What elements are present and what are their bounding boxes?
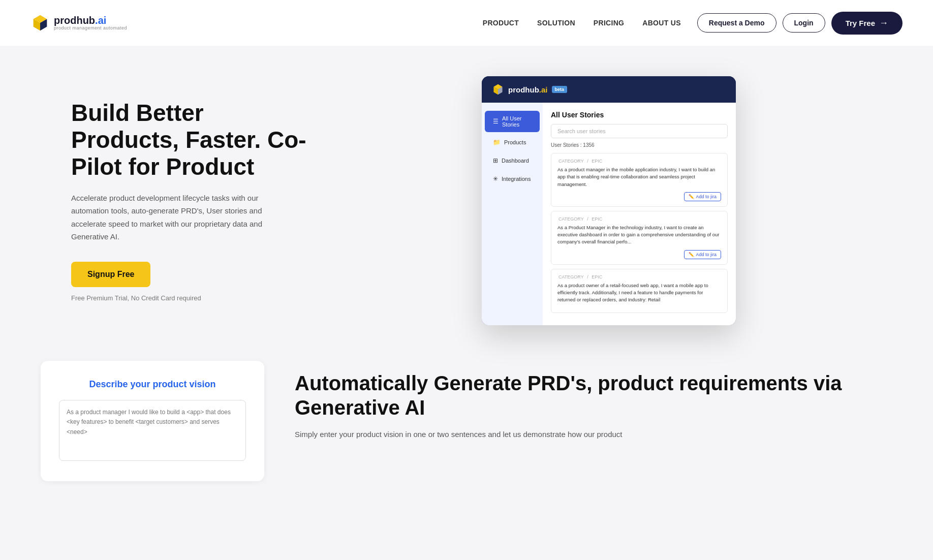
sidebar-label-integrations: Integrations — [502, 176, 531, 182]
bottom-left-panel: Describe your product vision — [41, 361, 264, 481]
hero-section: Build Better Products, Faster. Co-Pilot … — [0, 46, 933, 361]
app-search-box[interactable]: Search user stories — [551, 124, 728, 138]
story-epic-3: EPIC — [592, 274, 602, 279]
add-btn-label-1: Add to jira — [696, 194, 717, 199]
add-to-jira-1[interactable]: ✏️ Add to jira — [684, 192, 721, 201]
arrow-icon: → — [879, 18, 888, 28]
app-body: ☰ All User Stories 📁 Products ⊞ Dashboar… — [482, 103, 736, 325]
story-action-1: ✏️ Add to jira — [557, 192, 721, 201]
story-action-2: ✏️ Add to jira — [557, 250, 721, 259]
story-text-3: As a product owner of a retail-focused w… — [557, 282, 721, 304]
logo-name: prodhub.ai — [54, 15, 127, 26]
bottom-section: Describe your product vision Automatical… — [0, 361, 933, 512]
bottom-right-panel: Automatically Generate PRD's, product re… — [295, 361, 892, 441]
story-meta-1: CATEGORY / EPIC — [557, 159, 721, 164]
hero-right: prodhub.ai beta ☰ All User Stories 📁 Pro… — [356, 76, 862, 325]
story-card-3: CATEGORY / EPIC As a product owner of a … — [551, 269, 728, 314]
request-demo-button[interactable]: Request a Demo — [697, 13, 776, 33]
stories-icon: ☰ — [493, 118, 499, 125]
nav-product[interactable]: PRODUCT — [483, 19, 519, 27]
add-btn-label-2: Add to jira — [696, 252, 717, 257]
story-card-2: CATEGORY / EPIC As a Product Manager in … — [551, 211, 728, 265]
app-sidebar: ☰ All User Stories 📁 Products ⊞ Dashboar… — [482, 103, 543, 325]
vision-textarea[interactable] — [59, 400, 246, 461]
separator-2: / — [587, 216, 589, 222]
hero-left: Build Better Products, Faster. Co-Pilot … — [71, 100, 315, 302]
sidebar-label-products: Products — [504, 139, 526, 145]
sidebar-item-integrations[interactable]: ✳ Integrations — [485, 171, 540, 187]
story-epic-1: EPIC — [592, 159, 602, 164]
navbar: prodhub.ai product management automated … — [0, 0, 933, 46]
sidebar-item-stories[interactable]: ☰ All User Stories — [485, 111, 540, 132]
app-mockup: prodhub.ai beta ☰ All User Stories 📁 Pro… — [482, 76, 736, 325]
nav-solution[interactable]: SOLUTION — [537, 19, 575, 27]
story-text-2: As a Product Manager in the technology i… — [557, 224, 721, 246]
story-category-3: CATEGORY — [558, 274, 584, 279]
sidebar-item-dashboard[interactable]: ⊞ Dashboard — [485, 152, 540, 169]
app-beta-badge: beta — [552, 86, 568, 93]
try-free-label: Try Free — [846, 19, 875, 27]
nav-pricing[interactable]: PRICING — [594, 19, 624, 27]
hero-note: Free Premium Trial, No Credit Card requi… — [71, 294, 315, 302]
add-to-jira-2[interactable]: ✏️ Add to jira — [684, 250, 721, 259]
story-card-1: CATEGORY / EPIC As a product manager in … — [551, 153, 728, 207]
sidebar-label-stories: All User Stories — [502, 115, 532, 128]
nav-links: PRODUCT SOLUTION PRICING ABOUT US — [483, 19, 681, 27]
signup-button[interactable]: Signup Free — [71, 262, 150, 287]
app-logo-name: prodhub.ai — [508, 85, 548, 94]
bottom-right-desc: Simply enter your product vision in one … — [295, 428, 892, 441]
try-free-button[interactable]: Try Free → — [831, 12, 903, 35]
login-button[interactable]: Login — [783, 13, 825, 33]
edit-icon-1: ✏️ — [689, 194, 694, 199]
edit-icon-2: ✏️ — [689, 252, 694, 257]
hero-description: Accelerate product development lifecycle… — [71, 192, 295, 243]
bottom-vision-title: Describe your product vision — [59, 379, 246, 390]
integrations-icon: ✳ — [493, 175, 498, 182]
story-text-1: As a product manager in the mobile appli… — [557, 166, 721, 188]
bottom-right-title: Automatically Generate PRD's, product re… — [295, 371, 892, 420]
logo-ai: .ai — [95, 15, 106, 26]
logo-subtitle: product management automated — [54, 26, 127, 31]
nav-logo: prodhub.ai product management automated — [30, 13, 127, 33]
app-logo-icon — [492, 83, 504, 96]
story-meta-2: CATEGORY / EPIC — [557, 216, 721, 222]
nav-actions: Request a Demo Login Try Free → — [697, 12, 903, 35]
products-icon: 📁 — [493, 139, 501, 146]
story-epic-2: EPIC — [592, 216, 602, 222]
app-main-title: All User Stories — [551, 111, 728, 119]
story-category-2: CATEGORY — [558, 216, 584, 222]
separator-3: / — [587, 274, 589, 279]
logo-icon — [30, 13, 50, 33]
nav-about[interactable]: ABOUT US — [642, 19, 681, 27]
dashboard-icon: ⊞ — [493, 157, 498, 164]
story-category-1: CATEGORY — [558, 159, 584, 164]
separator-1: / — [587, 159, 589, 164]
story-meta-3: CATEGORY / EPIC — [557, 274, 721, 279]
sidebar-item-products[interactable]: 📁 Products — [485, 134, 540, 150]
app-story-count: User Stories : 1356 — [551, 142, 728, 148]
hero-title: Build Better Products, Faster. Co-Pilot … — [71, 100, 315, 180]
sidebar-label-dashboard: Dashboard — [502, 158, 529, 164]
app-logo-ai: .ai — [539, 85, 548, 94]
app-header: prodhub.ai beta — [482, 76, 736, 103]
app-main-panel: All User Stories Search user stories Use… — [543, 103, 736, 325]
